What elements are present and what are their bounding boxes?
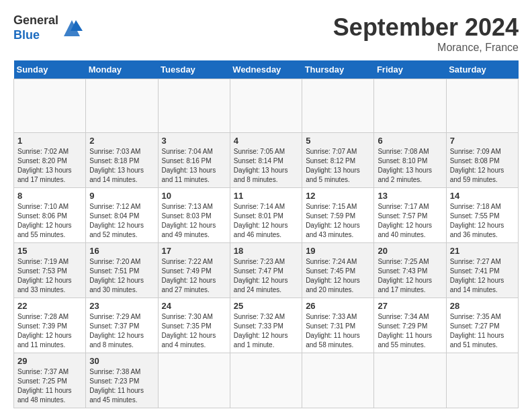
weekday-header-sunday: Sunday xyxy=(14,60,86,79)
calendar-cell: 29Sunrise: 7:37 AMSunset: 7:25 PMDayligh… xyxy=(14,353,86,408)
day-info: Sunrise: 7:05 AMSunset: 8:14 PMDaylight:… xyxy=(234,147,298,185)
day-info: Sunrise: 7:08 AMSunset: 8:10 PMDaylight:… xyxy=(378,147,442,185)
calendar-cell xyxy=(230,79,302,133)
day-number: 16 xyxy=(89,246,154,256)
calendar-cell: 3Sunrise: 7:04 AMSunset: 8:16 PMDaylight… xyxy=(158,133,230,188)
calendar-cell xyxy=(302,79,374,133)
day-info: Sunrise: 7:09 AMSunset: 8:08 PMDaylight:… xyxy=(450,147,515,185)
day-info: Sunrise: 7:15 AMSunset: 7:59 PMDaylight:… xyxy=(306,202,370,240)
logo-blue: Blue xyxy=(13,28,40,42)
calendar-cell: 16Sunrise: 7:20 AMSunset: 7:51 PMDayligh… xyxy=(86,243,158,298)
day-info: Sunrise: 7:03 AMSunset: 8:18 PMDaylight:… xyxy=(89,147,154,185)
calendar-cell xyxy=(446,79,518,133)
calendar-cell xyxy=(86,79,158,133)
day-number: 25 xyxy=(234,301,298,311)
calendar-cell xyxy=(158,79,230,133)
day-number: 21 xyxy=(450,246,515,256)
day-info: Sunrise: 7:35 AMSunset: 7:27 PMDaylight:… xyxy=(450,312,515,350)
calendar-cell: 10Sunrise: 7:13 AMSunset: 8:03 PMDayligh… xyxy=(158,188,230,243)
day-info: Sunrise: 7:20 AMSunset: 7:51 PMDaylight:… xyxy=(89,257,154,295)
logo: General Blue xyxy=(13,13,83,42)
day-number: 8 xyxy=(17,191,82,201)
calendar-cell xyxy=(230,353,302,408)
calendar-cell: 20Sunrise: 7:25 AMSunset: 7:43 PMDayligh… xyxy=(374,243,446,298)
calendar-cell: 4Sunrise: 7:05 AMSunset: 8:14 PMDaylight… xyxy=(230,133,302,188)
calendar-cell: 24Sunrise: 7:30 AMSunset: 7:35 PMDayligh… xyxy=(158,298,230,353)
calendar-cell: 15Sunrise: 7:19 AMSunset: 7:53 PMDayligh… xyxy=(14,243,86,298)
calendar-cell: 18Sunrise: 7:23 AMSunset: 7:47 PMDayligh… xyxy=(230,243,302,298)
calendar-cell xyxy=(446,353,518,408)
day-number: 17 xyxy=(162,246,226,256)
calendar-cell: 30Sunrise: 7:38 AMSunset: 7:23 PMDayligh… xyxy=(86,353,158,408)
day-number: 2 xyxy=(89,136,154,146)
day-info: Sunrise: 7:10 AMSunset: 8:06 PMDaylight:… xyxy=(17,202,82,240)
day-info: Sunrise: 7:02 AMSunset: 8:20 PMDaylight:… xyxy=(17,147,82,185)
day-info: Sunrise: 7:25 AMSunset: 7:43 PMDaylight:… xyxy=(378,257,442,295)
day-info: Sunrise: 7:24 AMSunset: 7:45 PMDaylight:… xyxy=(306,257,370,295)
day-number: 11 xyxy=(234,191,298,201)
day-info: Sunrise: 7:28 AMSunset: 7:39 PMDaylight:… xyxy=(17,312,82,350)
calendar-cell: 6Sunrise: 7:08 AMSunset: 8:10 PMDaylight… xyxy=(374,133,446,188)
day-number: 19 xyxy=(306,246,370,256)
day-number: 10 xyxy=(162,191,226,201)
day-number: 13 xyxy=(378,191,442,201)
day-number: 28 xyxy=(450,301,515,311)
calendar-cell: 5Sunrise: 7:07 AMSunset: 8:12 PMDaylight… xyxy=(302,133,374,188)
calendar-cell: 25Sunrise: 7:32 AMSunset: 7:33 PMDayligh… xyxy=(230,298,302,353)
calendar-cell: 2Sunrise: 7:03 AMSunset: 8:18 PMDaylight… xyxy=(86,133,158,188)
day-number: 9 xyxy=(89,191,154,201)
calendar-table: SundayMondayTuesdayWednesdayThursdayFrid… xyxy=(13,60,519,408)
day-number: 29 xyxy=(17,356,82,366)
day-number: 23 xyxy=(89,301,154,311)
day-number: 5 xyxy=(306,136,370,146)
day-info: Sunrise: 7:07 AMSunset: 8:12 PMDaylight:… xyxy=(306,147,370,185)
title-block: September 2024 Morance, France xyxy=(333,13,519,54)
weekday-header-tuesday: Tuesday xyxy=(158,60,230,79)
calendar-cell xyxy=(158,353,230,408)
day-info: Sunrise: 7:33 AMSunset: 7:31 PMDaylight:… xyxy=(306,312,370,350)
calendar-cell: 8Sunrise: 7:10 AMSunset: 8:06 PMDaylight… xyxy=(14,188,86,243)
day-info: Sunrise: 7:27 AMSunset: 7:41 PMDaylight:… xyxy=(450,257,515,295)
weekday-header-friday: Friday xyxy=(374,60,446,79)
day-info: Sunrise: 7:34 AMSunset: 7:29 PMDaylight:… xyxy=(378,312,442,350)
page-header: General Blue September 2024 Morance, Fra… xyxy=(13,13,519,54)
day-info: Sunrise: 7:38 AMSunset: 7:23 PMDaylight:… xyxy=(89,367,154,405)
day-number: 4 xyxy=(234,136,298,146)
day-number: 3 xyxy=(162,136,226,146)
calendar-cell xyxy=(374,79,446,133)
day-info: Sunrise: 7:14 AMSunset: 8:01 PMDaylight:… xyxy=(234,202,298,240)
calendar-cell: 27Sunrise: 7:34 AMSunset: 7:29 PMDayligh… xyxy=(374,298,446,353)
day-info: Sunrise: 7:17 AMSunset: 7:57 PMDaylight:… xyxy=(378,202,442,240)
calendar-cell: 14Sunrise: 7:18 AMSunset: 7:55 PMDayligh… xyxy=(446,188,518,243)
month-title: September 2024 xyxy=(333,13,519,42)
day-info: Sunrise: 7:04 AMSunset: 8:16 PMDaylight:… xyxy=(162,147,226,185)
calendar-cell: 21Sunrise: 7:27 AMSunset: 7:41 PMDayligh… xyxy=(446,243,518,298)
day-number: 18 xyxy=(234,246,298,256)
day-number: 1 xyxy=(17,136,82,146)
weekday-header-wednesday: Wednesday xyxy=(230,60,302,79)
calendar-cell xyxy=(374,353,446,408)
calendar-cell xyxy=(302,353,374,408)
calendar-cell: 13Sunrise: 7:17 AMSunset: 7:57 PMDayligh… xyxy=(374,188,446,243)
calendar-cell: 22Sunrise: 7:28 AMSunset: 7:39 PMDayligh… xyxy=(14,298,86,353)
calendar-cell: 28Sunrise: 7:35 AMSunset: 7:27 PMDayligh… xyxy=(446,298,518,353)
logo-icon xyxy=(61,17,83,39)
day-info: Sunrise: 7:29 AMSunset: 7:37 PMDaylight:… xyxy=(89,312,154,350)
day-number: 7 xyxy=(450,136,515,146)
day-info: Sunrise: 7:30 AMSunset: 7:35 PMDaylight:… xyxy=(162,312,226,350)
day-info: Sunrise: 7:19 AMSunset: 7:53 PMDaylight:… xyxy=(17,257,82,295)
day-number: 12 xyxy=(306,191,370,201)
day-info: Sunrise: 7:23 AMSunset: 7:47 PMDaylight:… xyxy=(234,257,298,295)
day-info: Sunrise: 7:13 AMSunset: 8:03 PMDaylight:… xyxy=(162,202,226,240)
day-number: 24 xyxy=(162,301,226,311)
day-info: Sunrise: 7:22 AMSunset: 7:49 PMDaylight:… xyxy=(162,257,226,295)
logo-general: General xyxy=(13,13,58,27)
day-number: 6 xyxy=(378,136,442,146)
calendar-cell: 19Sunrise: 7:24 AMSunset: 7:45 PMDayligh… xyxy=(302,243,374,298)
day-number: 30 xyxy=(89,356,154,366)
day-number: 22 xyxy=(17,301,82,311)
day-info: Sunrise: 7:12 AMSunset: 8:04 PMDaylight:… xyxy=(89,202,154,240)
calendar-cell: 23Sunrise: 7:29 AMSunset: 7:37 PMDayligh… xyxy=(86,298,158,353)
day-number: 15 xyxy=(17,246,82,256)
day-info: Sunrise: 7:32 AMSunset: 7:33 PMDaylight:… xyxy=(234,312,298,350)
